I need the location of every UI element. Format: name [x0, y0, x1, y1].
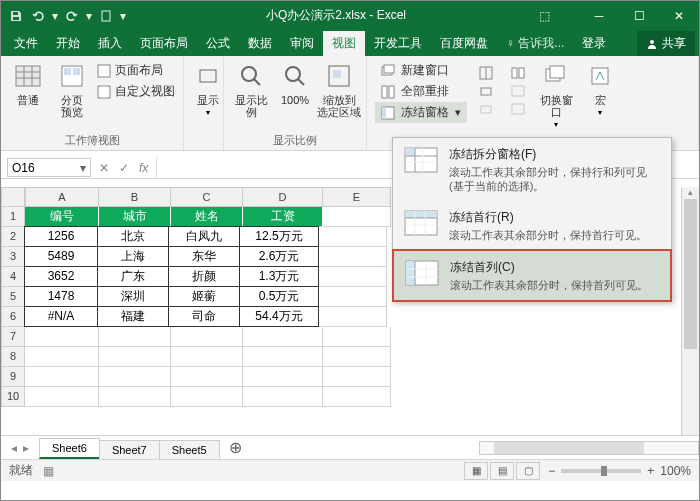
chevron-down-icon[interactable]: ▾ — [119, 7, 127, 25]
zoom-button[interactable]: 显示比例 — [230, 58, 272, 120]
chevron-down-icon[interactable]: ▾ — [51, 7, 59, 25]
cell[interactable] — [171, 347, 243, 367]
horizontal-scrollbar[interactable] — [479, 441, 699, 455]
cell[interactable]: 白凤九 — [168, 226, 240, 247]
cell[interactable] — [99, 387, 171, 407]
sync-scroll-button[interactable] — [505, 82, 531, 100]
view-side-button[interactable] — [505, 64, 531, 82]
tab-pagelayout[interactable]: 页面布局 — [131, 31, 197, 56]
recording-icon[interactable]: ▦ — [43, 464, 54, 478]
cell[interactable] — [99, 327, 171, 347]
pagebreak-view-icon[interactable]: ▢ — [516, 462, 540, 480]
pagelayout-view-button[interactable]: 页面布局 — [97, 62, 175, 79]
cell[interactable] — [171, 327, 243, 347]
cell[interactable]: 0.5万元 — [239, 286, 319, 307]
show-button[interactable]: 显示▾ — [190, 58, 226, 119]
select-all-corner[interactable] — [1, 187, 25, 207]
cell[interactable] — [319, 287, 387, 307]
cell[interactable] — [319, 267, 387, 287]
chevron-down-icon[interactable]: ▾ — [85, 7, 93, 25]
cell[interactable]: 姬蘅 — [168, 286, 240, 307]
cell[interactable]: 12.5万元 — [239, 226, 319, 247]
cell[interactable] — [25, 387, 99, 407]
touch-mode-icon[interactable] — [97, 7, 115, 25]
cell[interactable] — [319, 227, 387, 247]
new-window-button[interactable]: 新建窗口 — [375, 60, 467, 81]
cell[interactable] — [243, 347, 323, 367]
cell[interactable] — [323, 367, 391, 387]
row-header[interactable]: 10 — [1, 387, 25, 407]
row-header[interactable]: 7 — [1, 327, 25, 347]
cell[interactable]: 上海 — [97, 246, 169, 267]
maximize-button[interactable]: ☐ — [619, 1, 659, 30]
sheet-tab-2[interactable]: Sheet7 — [99, 440, 160, 459]
zoom-in-button[interactable]: + — [647, 464, 654, 478]
cell[interactable] — [319, 307, 387, 327]
unhide-button[interactable] — [473, 100, 499, 118]
vertical-scrollbar[interactable]: ▴ — [681, 187, 699, 435]
zoom-out-button[interactable]: − — [548, 464, 555, 478]
row-header[interactable]: 3 — [1, 247, 25, 267]
cell[interactable] — [99, 367, 171, 387]
cell[interactable] — [25, 327, 99, 347]
tab-home[interactable]: 开始 — [47, 31, 89, 56]
cell[interactable]: 工资 — [243, 207, 323, 227]
chevron-down-icon[interactable]: ▾ — [80, 161, 86, 175]
row-header[interactable]: 8 — [1, 347, 25, 367]
cell[interactable] — [319, 247, 387, 267]
column-header[interactable]: B — [99, 187, 171, 207]
close-button[interactable]: ✕ — [659, 1, 699, 30]
tab-data[interactable]: 数据 — [239, 31, 281, 56]
reset-pos-button[interactable] — [505, 100, 531, 118]
save-icon[interactable] — [7, 7, 25, 25]
column-header[interactable]: C — [171, 187, 243, 207]
freeze-panes-button[interactable]: 冻结窗格 ▾ — [375, 102, 467, 123]
row-header[interactable]: 9 — [1, 367, 25, 387]
cell[interactable]: 广东 — [97, 266, 169, 287]
column-header[interactable]: E — [323, 187, 391, 207]
tab-file[interactable]: 文件 — [5, 31, 47, 56]
cell[interactable]: 54.4万元 — [239, 306, 319, 327]
redo-icon[interactable] — [63, 7, 81, 25]
column-header[interactable]: A — [25, 187, 99, 207]
undo-icon[interactable] — [29, 7, 47, 25]
pagelayout-view-icon[interactable]: ▤ — [490, 462, 514, 480]
tell-me[interactable]: ♀ 告诉我... — [497, 31, 573, 56]
zoom-slider[interactable] — [561, 469, 641, 473]
tab-view[interactable]: 视图 — [323, 31, 365, 56]
login-button[interactable]: 登录 — [573, 31, 615, 56]
normal-view-icon[interactable]: ▦ — [464, 462, 488, 480]
hide-button[interactable] — [473, 82, 499, 100]
cell[interactable]: 5489 — [24, 246, 98, 267]
macro-button[interactable]: 宏▾ — [579, 58, 621, 119]
row-header[interactable]: 5 — [1, 287, 25, 307]
sheet-tab-1[interactable]: Sheet6 — [39, 438, 100, 459]
cell[interactable]: 编号 — [25, 207, 99, 227]
split-button[interactable] — [473, 64, 499, 82]
cell[interactable] — [243, 367, 323, 387]
cell[interactable]: 姓名 — [171, 207, 243, 227]
share-button[interactable]: 共享 — [637, 31, 695, 56]
cell[interactable]: 折颜 — [168, 266, 240, 287]
cell[interactable] — [323, 207, 391, 227]
cell[interactable] — [323, 327, 391, 347]
cell[interactable] — [323, 387, 391, 407]
cell[interactable]: 1.3万元 — [239, 266, 319, 287]
pagebreak-button[interactable]: 分页 预览 — [51, 58, 93, 120]
freeze-first-column-option[interactable]: 冻结首列(C)滚动工作表其余部分时，保持首列可见。 — [392, 249, 672, 302]
custom-view-button[interactable]: 自定义视图 — [97, 83, 175, 100]
cell[interactable]: 2.6万元 — [239, 246, 319, 267]
cell[interactable] — [323, 347, 391, 367]
cell[interactable] — [243, 327, 323, 347]
cell[interactable]: 城市 — [99, 207, 171, 227]
zoom-100-button[interactable]: 100% — [274, 58, 316, 108]
fx-icon[interactable]: fx — [139, 161, 148, 175]
freeze-top-row-option[interactable]: 冻结首行(R)滚动工作表其余部分时，保持首行可见。 — [393, 201, 671, 250]
add-sheet-button[interactable]: ⊕ — [219, 438, 252, 457]
cell[interactable] — [243, 387, 323, 407]
cell[interactable]: 3652 — [24, 266, 98, 287]
zoom-selection-button[interactable]: 缩放到 选定区域 — [318, 58, 360, 120]
cell[interactable] — [25, 347, 99, 367]
cell[interactable]: #N/A — [24, 306, 98, 327]
cell[interactable]: 1478 — [24, 286, 98, 307]
